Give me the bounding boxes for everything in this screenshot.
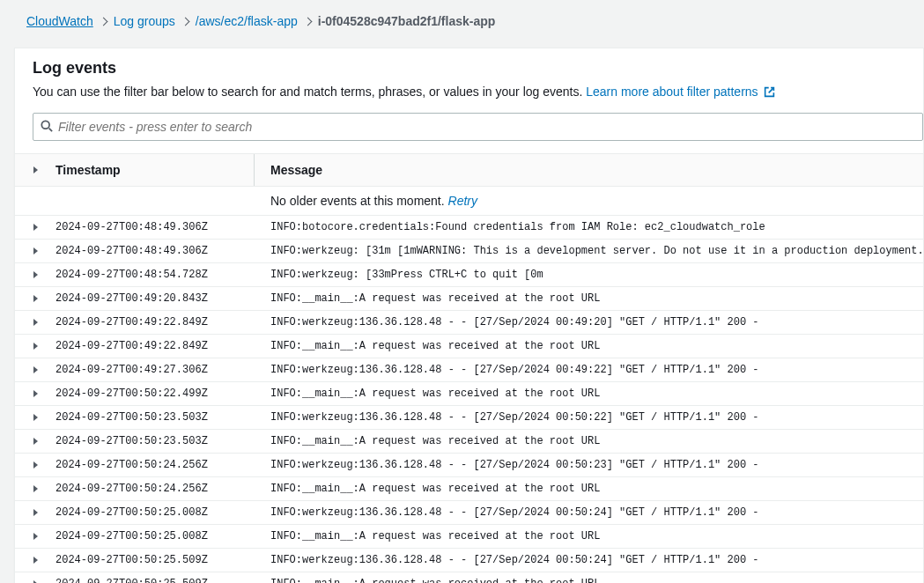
log-row[interactable]: 2024-09-27T00:50:25.008ZINFO:werkzeug:13…	[15, 501, 923, 525]
caret-right-icon	[33, 271, 38, 278]
log-row[interactable]: 2024-09-27T00:50:24.256ZINFO:werkzeug:13…	[15, 454, 923, 477]
external-link-icon	[764, 86, 775, 100]
log-message: INFO:werkzeug: [31m [1mWARNING: This is …	[255, 240, 923, 262]
log-row[interactable]: 2024-09-27T00:49:22.849ZINFO:werkzeug:13…	[15, 311, 923, 335]
caret-right-icon	[33, 557, 38, 564]
log-row[interactable]: 2024-09-27T00:50:25.509ZINFO:werkzeug:13…	[15, 549, 923, 572]
log-message: INFO:werkzeug:136.36.128.48 - - [27/Sep/…	[255, 501, 923, 524]
page-description: You can use the filter bar below to sear…	[33, 85, 906, 100]
expand-row-toggle[interactable]	[15, 430, 55, 453]
expand-row-toggle[interactable]	[15, 382, 55, 405]
expand-row-toggle[interactable]	[15, 240, 55, 262]
caret-right-icon	[33, 414, 38, 421]
page-title: Log events	[33, 59, 906, 77]
caret-right-icon	[33, 343, 38, 350]
log-row[interactable]: 2024-09-27T00:48:49.306ZINFO:botocore.cr…	[15, 216, 923, 240]
log-row[interactable]: 2024-09-27T00:50:25.008ZINFO:__main__:A …	[15, 525, 923, 549]
log-timestamp: 2024-09-27T00:49:22.849Z	[55, 335, 255, 358]
log-message: INFO:__main__:A request was received at …	[255, 572, 923, 583]
log-timestamp: 2024-09-27T00:50:25.008Z	[55, 525, 255, 548]
log-message: INFO:werkzeug:136.36.128.48 - - [27/Sep/…	[255, 311, 923, 334]
log-timestamp: 2024-09-27T00:50:24.256Z	[55, 454, 255, 476]
log-table-header: Timestamp Message	[15, 153, 923, 187]
expand-row-toggle[interactable]	[15, 263, 55, 286]
retry-link[interactable]: Retry	[448, 194, 477, 208]
caret-right-icon	[33, 224, 38, 231]
log-message: INFO:__main__:A request was received at …	[255, 382, 923, 405]
expand-row-toggle[interactable]	[15, 311, 55, 334]
log-message: INFO:__main__:A request was received at …	[255, 287, 923, 310]
log-timestamp: 2024-09-27T00:50:23.503Z	[55, 406, 255, 429]
log-message: INFO:werkzeug:136.36.128.48 - - [27/Sep/…	[255, 549, 923, 572]
log-row[interactable]: 2024-09-27T00:48:54.728ZINFO:werkzeug: […	[15, 263, 923, 287]
log-message: INFO:botocore.credentials:Found credenti…	[255, 216, 923, 239]
log-timestamp: 2024-09-27T00:50:22.499Z	[55, 382, 255, 405]
expand-all-toggle[interactable]	[15, 154, 55, 186]
log-message: INFO:__main__:A request was received at …	[255, 430, 923, 453]
caret-right-icon	[33, 366, 38, 373]
no-older-events-text: No older events at this moment.	[270, 194, 448, 208]
column-header-timestamp[interactable]: Timestamp	[55, 154, 255, 186]
breadcrumb: CloudWatch Log groups /aws/ec2/flask-app…	[14, 14, 924, 28]
expand-row-toggle[interactable]	[15, 549, 55, 572]
expand-row-toggle[interactable]	[15, 216, 55, 239]
caret-right-icon	[33, 295, 38, 302]
search-icon	[41, 120, 53, 135]
caret-right-icon	[33, 533, 38, 540]
log-message: INFO:werkzeug:136.36.128.48 - - [27/Sep/…	[255, 358, 923, 381]
caret-right-icon	[33, 485, 38, 492]
learn-more-link[interactable]: Learn more about filter patterns	[586, 85, 774, 99]
log-timestamp: 2024-09-27T00:49:22.849Z	[55, 311, 255, 334]
breadcrumb-current: i-0f04528c947bad2f1/flask-app	[318, 14, 496, 28]
log-message: INFO:werkzeug:136.36.128.48 - - [27/Sep/…	[255, 454, 923, 476]
caret-right-icon	[33, 319, 38, 326]
log-timestamp: 2024-09-27T00:50:25.509Z	[55, 572, 255, 583]
log-timestamp: 2024-09-27T00:50:24.256Z	[55, 477, 255, 500]
svg-point-0	[41, 121, 49, 129]
expand-row-toggle[interactable]	[15, 406, 55, 429]
no-older-events-row: No older events at this moment. Retry	[15, 187, 923, 216]
breadcrumb-link-log-group-path[interactable]: /aws/ec2/flask-app	[196, 14, 298, 28]
caret-right-icon	[33, 247, 38, 255]
chevron-right-icon	[305, 15, 311, 27]
log-row[interactable]: 2024-09-27T00:49:22.849ZINFO:__main__:A …	[15, 335, 923, 358]
log-row[interactable]: 2024-09-27T00:48:49.306ZINFO:werkzeug: […	[15, 240, 923, 263]
caret-right-icon	[33, 166, 38, 173]
log-table-body: 2024-09-27T00:48:49.306ZINFO:botocore.cr…	[15, 216, 923, 583]
log-row[interactable]: 2024-09-27T00:50:24.256ZINFO:__main__:A …	[15, 477, 923, 501]
chevron-right-icon	[182, 15, 188, 27]
log-timestamp: 2024-09-27T00:49:27.306Z	[55, 358, 255, 381]
caret-right-icon	[33, 509, 38, 516]
log-row[interactable]: 2024-09-27T00:49:20.843ZINFO:__main__:A …	[15, 287, 923, 311]
log-row[interactable]: 2024-09-27T00:50:23.503ZINFO:__main__:A …	[15, 430, 923, 454]
expand-row-toggle[interactable]	[15, 358, 55, 381]
chevron-right-icon	[100, 15, 107, 27]
log-message: INFO:__main__:A request was received at …	[255, 335, 923, 358]
log-timestamp: 2024-09-27T00:48:54.728Z	[55, 263, 255, 286]
log-message: INFO:werkzeug:136.36.128.48 - - [27/Sep/…	[255, 406, 923, 429]
log-row[interactable]: 2024-09-27T00:50:23.503ZINFO:werkzeug:13…	[15, 406, 923, 430]
log-events-panel: Log events You can use the filter bar be…	[14, 48, 924, 583]
filter-events-search[interactable]	[33, 113, 923, 141]
log-row[interactable]: 2024-09-27T00:50:25.509ZINFO:__main__:A …	[15, 572, 923, 583]
log-row[interactable]: 2024-09-27T00:50:22.499ZINFO:__main__:A …	[15, 382, 923, 406]
expand-row-toggle[interactable]	[15, 572, 55, 583]
log-row[interactable]: 2024-09-27T00:49:27.306ZINFO:werkzeug:13…	[15, 358, 923, 382]
caret-right-icon	[33, 438, 38, 445]
log-message: INFO:__main__:A request was received at …	[255, 477, 923, 500]
breadcrumb-link-cloudwatch[interactable]: CloudWatch	[26, 14, 93, 28]
expand-row-toggle[interactable]	[15, 287, 55, 310]
log-timestamp: 2024-09-27T00:50:25.008Z	[55, 501, 255, 524]
log-timestamp: 2024-09-27T00:48:49.306Z	[55, 216, 255, 239]
caret-right-icon	[33, 390, 38, 397]
caret-right-icon	[33, 461, 38, 469]
expand-row-toggle[interactable]	[15, 454, 55, 476]
log-timestamp: 2024-09-27T00:50:23.503Z	[55, 430, 255, 453]
expand-row-toggle[interactable]	[15, 501, 55, 524]
expand-row-toggle[interactable]	[15, 477, 55, 500]
filter-events-input[interactable]	[53, 120, 915, 134]
expand-row-toggle[interactable]	[15, 335, 55, 358]
column-header-message[interactable]: Message	[255, 154, 923, 186]
breadcrumb-link-log-groups[interactable]: Log groups	[114, 14, 175, 28]
expand-row-toggle[interactable]	[15, 525, 55, 548]
